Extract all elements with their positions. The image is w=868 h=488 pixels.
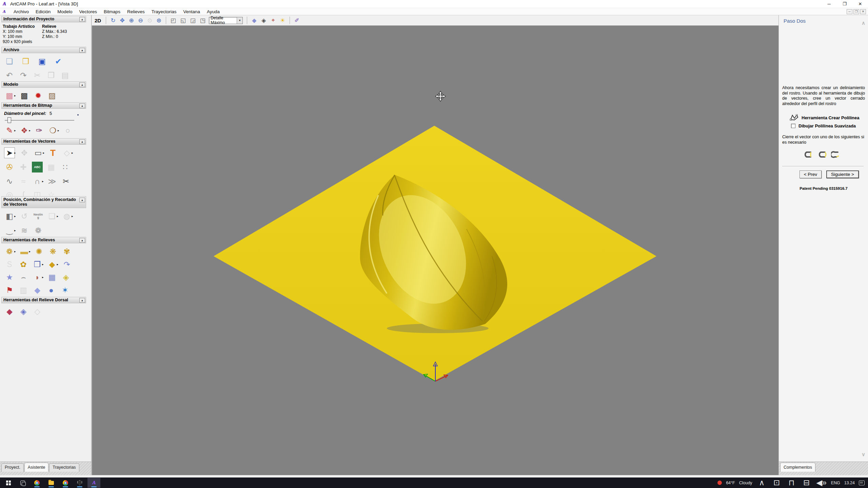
- node-editing-icon[interactable]: ∿: [4, 176, 15, 187]
- relief-pieces-icon[interactable]: ✾: [61, 246, 72, 257]
- taskbar-artcam[interactable]: A: [87, 478, 100, 488]
- menu-modelo[interactable]: Modelo: [54, 9, 76, 14]
- child-minimize-icon[interactable]: ─: [847, 9, 852, 14]
- usb-device-icon[interactable]: ⊓: [786, 477, 797, 488]
- eraser-icon[interactable]: ○: [62, 125, 73, 136]
- palette-icon[interactable]: ❍: [47, 125, 58, 136]
- flyout-arrow-icon[interactable]: ▸: [14, 229, 16, 232]
- volume-icon[interactable]: ◀»: [816, 477, 827, 488]
- taskbar-file-explorer[interactable]: [45, 478, 58, 488]
- create-rectangle-icon[interactable]: ▭: [33, 147, 44, 158]
- weather-condition[interactable]: Cloudy: [739, 481, 752, 485]
- create-arc-icon[interactable]: ∩: [32, 176, 43, 187]
- collapse-section-icon[interactable]: ▲: [79, 238, 85, 243]
- twirl-vectors-icon[interactable]: ❁: [33, 225, 44, 236]
- menu-ventana[interactable]: Ventana: [180, 9, 203, 14]
- flyout-arrow-icon[interactable]: ▸: [14, 250, 16, 253]
- offset-relief-icon[interactable]: ◈: [61, 272, 72, 283]
- scroll-up-icon[interactable]: ∧: [862, 20, 865, 26]
- cut-icon[interactable]: ✂: [32, 70, 43, 81]
- texture-relief-wizard-icon[interactable]: ▦: [47, 272, 58, 283]
- license-manager-icon[interactable]: ✔: [53, 56, 64, 67]
- rotate-view-icon[interactable]: ↻: [109, 16, 117, 24]
- menu-vectores[interactable]: Vectores: [76, 9, 101, 14]
- select-vectors-icon[interactable]: ➤: [4, 147, 15, 158]
- flyout-arrow-icon[interactable]: ▸: [29, 129, 31, 132]
- lighting-icon[interactable]: ☀: [278, 16, 287, 24]
- greyscale-model-icon[interactable]: ▩: [19, 90, 30, 101]
- tab-trayectorias[interactable]: Trayectorias: [49, 463, 79, 472]
- zoom-in-icon[interactable]: ⊕: [127, 16, 136, 24]
- taskbar-chrome[interactable]: [59, 478, 72, 488]
- colour-picker-icon[interactable]: ✑: [34, 125, 44, 136]
- sculpting-icon[interactable]: ❁: [4, 246, 15, 257]
- flyout-arrow-icon[interactable]: ▸: [14, 151, 16, 155]
- language-indicator[interactable]: ENG: [831, 481, 840, 485]
- flyout-arrow-icon[interactable]: ▸: [14, 94, 16, 97]
- draw-vectors-on-relief-icon[interactable]: ✐: [293, 16, 301, 24]
- swap-relief-sides-icon[interactable]: ◈: [18, 306, 29, 317]
- flyout-arrow-icon[interactable]: ▸: [42, 263, 44, 266]
- texture-flow-icon[interactable]: ◗: [32, 272, 43, 283]
- trim-vectors-icon[interactable]: ✂: [61, 176, 72, 187]
- face-wizard-icon[interactable]: ❒: [32, 259, 43, 270]
- flyout-arrow-icon[interactable]: ▸: [29, 250, 31, 253]
- zoom-fit-icon[interactable]: ⊛: [155, 16, 163, 24]
- view-iso-icon[interactable]: ◱: [179, 16, 187, 24]
- view-side-icon[interactable]: ◲: [189, 16, 197, 24]
- minimize-icon[interactable]: ─: [821, 0, 837, 8]
- wrap-relief-icon[interactable]: ↷: [61, 259, 72, 270]
- next-button[interactable]: Siguiente >: [826, 170, 859, 178]
- close-vector-line-icon[interactable]: [803, 151, 813, 158]
- taskbar-security[interactable]: [73, 478, 86, 488]
- brush-slider-thumb[interactable]: [7, 117, 11, 123]
- close-icon[interactable]: ✕: [852, 0, 868, 8]
- tab-asistente[interactable]: Asistente: [24, 463, 48, 472]
- menu-archivo[interactable]: Archivo: [10, 9, 32, 14]
- tab-complementos[interactable]: Complementos: [780, 463, 815, 472]
- start-button[interactable]: [2, 478, 15, 488]
- copy-icon[interactable]: ❐: [46, 70, 57, 81]
- flyout-arrow-icon[interactable]: ▸: [43, 151, 45, 155]
- collapse-section-icon[interactable]: ▲: [79, 82, 85, 87]
- flood-fill-icon[interactable]: ❖: [19, 125, 30, 136]
- measure-icon[interactable]: ✇: [4, 162, 15, 172]
- redo-icon[interactable]: ↷: [18, 70, 29, 81]
- hidden-icons-chevron[interactable]: ∧: [756, 477, 767, 488]
- texture-relief-icon[interactable]: ▨: [47, 90, 58, 101]
- flag-wizard-icon[interactable]: ⚑: [4, 285, 15, 296]
- scroll-down-icon[interactable]: ∨: [862, 451, 865, 458]
- column-wizard-icon[interactable]: ▥: [18, 285, 29, 296]
- toggle-2d-button[interactable]: 2D: [95, 18, 101, 23]
- group-vectors-icon[interactable]: ❑: [47, 211, 58, 222]
- nesting-icon[interactable]: Nesting: [33, 211, 44, 222]
- brush-slider-track[interactable]: [5, 120, 74, 121]
- paste-icon[interactable]: ▤: [60, 70, 71, 81]
- mushroom-relief-icon[interactable]: ❋: [47, 246, 58, 257]
- clock[interactable]: 13.24: [844, 481, 855, 485]
- menu-ayuda[interactable]: Ayuda: [203, 9, 223, 14]
- ethernet-icon[interactable]: ⊟: [801, 477, 812, 488]
- open-model-icon[interactable]: ❒: [20, 56, 31, 67]
- sphere-wizard-icon[interactable]: ●: [46, 285, 57, 296]
- transform-vectors-icon[interactable]: ✥: [19, 147, 30, 158]
- weather-temp[interactable]: 64°F: [726, 481, 735, 485]
- menu-relieves[interactable]: Relieves: [124, 9, 148, 14]
- fit-curve-icon[interactable]: ≈: [18, 176, 29, 187]
- restore-icon[interactable]: ❐: [837, 0, 852, 8]
- menu-trayectorias[interactable]: Trayectorias: [148, 9, 180, 14]
- create-cross-icon[interactable]: ✚: [18, 162, 29, 172]
- new-model-icon[interactable]: ❏: [4, 56, 15, 67]
- weave-wizard-icon[interactable]: ✿: [18, 259, 29, 270]
- plateau-relief-icon[interactable]: ◆: [32, 285, 43, 296]
- create-polyline-icon[interactable]: [790, 114, 798, 121]
- view-front-icon[interactable]: ◰: [169, 16, 177, 24]
- task-view-button[interactable]: [16, 478, 29, 488]
- zoom-out-icon[interactable]: ⊖: [136, 16, 145, 24]
- flyout-arrow-icon[interactable]: ▸: [42, 180, 44, 183]
- flyout-arrow-icon[interactable]: ▸: [57, 263, 59, 266]
- offset-vectors-icon[interactable]: ≫: [47, 176, 58, 187]
- light-material-icon[interactable]: ✹: [33, 90, 44, 101]
- collapse-section-icon[interactable]: ▲: [79, 298, 85, 303]
- 3d-viewport[interactable]: [92, 26, 778, 475]
